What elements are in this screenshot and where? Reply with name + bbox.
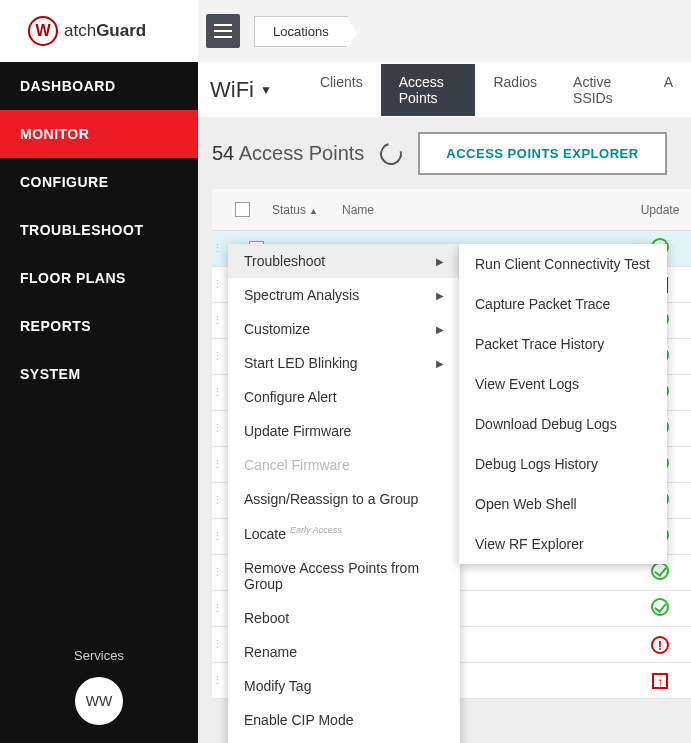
- nav-item-troubleshoot[interactable]: TROUBLESHOOT: [0, 206, 198, 254]
- nav-item-configure[interactable]: CONFIGURE: [0, 158, 198, 206]
- refresh-icon[interactable]: [376, 138, 406, 168]
- nav-item-floor-plans[interactable]: FLOOR PLANS: [0, 254, 198, 302]
- hamburger-icon[interactable]: [206, 14, 240, 48]
- status-ok-icon: [651, 562, 669, 580]
- caret-down-icon: ▼: [260, 83, 272, 97]
- tab-bar: WiFi ▼ ClientsAccess PointsRadiosActive …: [198, 62, 691, 118]
- ctx-start-led-blinking[interactable]: Start LED Blinking▶: [228, 346, 460, 380]
- chevron-right-icon: ▶: [436, 290, 444, 301]
- sub-capture-packet-trace[interactable]: Capture Packet Trace: [459, 284, 667, 324]
- ctx-move[interactable]: Move: [228, 737, 460, 743]
- ctx-customize[interactable]: Customize▶: [228, 312, 460, 346]
- sidebar: W atchGuard DASHBOARDMONITORCONFIGURETRO…: [0, 0, 198, 743]
- col-update[interactable]: Update: [629, 203, 691, 217]
- chevron-right-icon: ▶: [436, 324, 444, 335]
- sub-view-rf-explorer[interactable]: View RF Explorer: [459, 524, 667, 564]
- ctx-rename[interactable]: Rename: [228, 635, 460, 669]
- avatar[interactable]: WW: [75, 677, 123, 725]
- drag-handle-icon[interactable]: ⋮⋮: [212, 422, 226, 435]
- col-name[interactable]: Name: [342, 203, 629, 217]
- chevron-right-icon: ▶: [436, 256, 444, 267]
- drag-handle-icon[interactable]: ⋮⋮: [212, 458, 226, 471]
- ctx-reboot[interactable]: Reboot: [228, 601, 460, 635]
- update-available-icon: ↑: [652, 673, 668, 689]
- tab-a[interactable]: A: [646, 64, 691, 116]
- troubleshoot-submenu: Run Client Connectivity TestCapture Pack…: [459, 244, 667, 564]
- explorer-button[interactable]: ACCESS POINTS EXPLORER: [418, 132, 666, 175]
- tab-active-ssids[interactable]: Active SSIDs: [555, 64, 646, 116]
- brand-logo: W atchGuard: [0, 0, 198, 62]
- context-menu: Troubleshoot▶Spectrum Analysis▶Customize…: [228, 244, 460, 743]
- col-status[interactable]: Status▲: [272, 203, 342, 217]
- sub-download-debug-logs[interactable]: Download Debug Logs: [459, 404, 667, 444]
- ctx-configure-alert[interactable]: Configure Alert: [228, 380, 460, 414]
- drag-handle-icon[interactable]: ⋮⋮: [212, 350, 226, 363]
- drag-handle-icon[interactable]: ⋮⋮: [212, 314, 226, 327]
- drag-handle-icon[interactable]: ⋮⋮: [212, 602, 226, 615]
- sub-open-web-shell[interactable]: Open Web Shell: [459, 484, 667, 524]
- ctx-spectrum-analysis[interactable]: Spectrum Analysis▶: [228, 278, 460, 312]
- nav-item-reports[interactable]: REPORTS: [0, 302, 198, 350]
- nav-item-system[interactable]: SYSTEM: [0, 350, 198, 398]
- ctx-locate[interactable]: LocateEarly Access: [228, 516, 460, 551]
- tab-clients[interactable]: Clients: [302, 64, 381, 116]
- topbar: Locations: [198, 0, 691, 62]
- ctx-assign-reassign-to-a-group[interactable]: Assign/Reassign to a Group: [228, 482, 460, 516]
- nav-item-monitor[interactable]: MONITOR: [0, 110, 198, 158]
- ctx-cancel-firmware: Cancel Firmware: [228, 448, 460, 482]
- drag-handle-icon[interactable]: ⋮⋮: [212, 494, 226, 507]
- status-ok-icon: [651, 598, 669, 616]
- ctx-remove-access-points-from-group[interactable]: Remove Access Points from Group: [228, 551, 460, 601]
- ap-count: 54 Access Points: [212, 142, 364, 165]
- sub-run-client-connectivity-test[interactable]: Run Client Connectivity Test: [459, 244, 667, 284]
- drag-handle-icon[interactable]: ⋮⋮: [212, 638, 226, 651]
- content-header: 54 Access Points ACCESS POINTS EXPLORER: [212, 132, 691, 175]
- sub-packet-trace-history[interactable]: Packet Trace History: [459, 324, 667, 364]
- drag-handle-icon[interactable]: ⋮⋮: [212, 386, 226, 399]
- tab-radios[interactable]: Radios: [475, 64, 555, 116]
- sub-view-event-logs[interactable]: View Event Logs: [459, 364, 667, 404]
- drag-handle-icon[interactable]: ⋮⋮: [212, 674, 226, 687]
- ctx-update-firmware[interactable]: Update Firmware: [228, 414, 460, 448]
- ctx-modify-tag[interactable]: Modify Tag: [228, 669, 460, 703]
- drag-handle-icon[interactable]: ⋮⋮: [212, 530, 226, 543]
- drag-handle-icon[interactable]: ⋮⋮: [212, 566, 226, 579]
- section-title-text: WiFi: [210, 77, 254, 103]
- drag-handle-icon[interactable]: ⋮⋮: [212, 278, 226, 291]
- table-header: Status▲ Name Update: [212, 189, 691, 231]
- drag-handle-icon[interactable]: ⋮⋮: [212, 242, 226, 255]
- logo-mark-icon: W: [28, 16, 58, 46]
- nav-item-dashboard[interactable]: DASHBOARD: [0, 62, 198, 110]
- services-label[interactable]: Services: [0, 648, 198, 663]
- ctx-enable-cip-mode[interactable]: Enable CIP Mode: [228, 703, 460, 737]
- section-title[interactable]: WiFi ▼: [210, 77, 272, 103]
- ctx-troubleshoot[interactable]: Troubleshoot▶: [228, 244, 460, 278]
- chevron-right-icon: ▶: [436, 358, 444, 369]
- select-all-checkbox[interactable]: [235, 202, 250, 217]
- tab-access-points[interactable]: Access Points: [381, 64, 476, 116]
- logo-text: atchGuard: [64, 21, 146, 41]
- sub-debug-logs-history[interactable]: Debug Logs History: [459, 444, 667, 484]
- breadcrumb[interactable]: Locations: [254, 16, 348, 47]
- sort-asc-icon: ▲: [309, 206, 318, 216]
- status-warn-icon: !: [651, 636, 669, 654]
